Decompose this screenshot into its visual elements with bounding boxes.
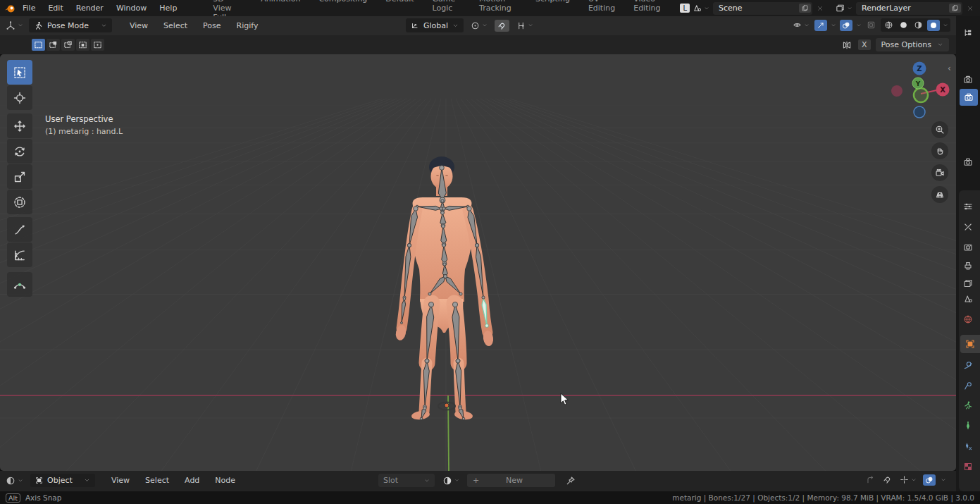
select-set-button[interactable]: [32, 39, 45, 51]
render-tab-icon[interactable]: [956, 239, 980, 256]
navigation-gizmo[interactable]: Y Z X: [881, 59, 958, 129]
scene-name-field[interactable]: Scene: [713, 2, 812, 15]
show-overlays-toggle[interactable]: [840, 20, 852, 31]
ortho-toggle-button[interactable]: [931, 186, 948, 203]
physics-tab-icon[interactable]: [956, 357, 980, 374]
node-snap-target-dropdown[interactable]: [898, 474, 918, 486]
view-layer-tab-icon[interactable]: [956, 275, 980, 292]
bone-constraint-tab-icon[interactable]: [956, 438, 980, 455]
sidebar-collapse-icon[interactable]: ‹: [948, 63, 951, 73]
armature-data-tab-icon[interactable]: [956, 397, 980, 414]
menu-select[interactable]: Select: [157, 21, 194, 30]
wireframe-shading-button[interactable]: [883, 19, 895, 31]
slot-dropdown[interactable]: Slot: [378, 474, 435, 487]
visibility-dropdown[interactable]: [791, 19, 811, 31]
select-invert-button[interactable]: [76, 39, 89, 51]
menu-rigify[interactable]: Rigify: [230, 21, 265, 30]
pose-options-dropdown[interactable]: Pose Options: [876, 38, 949, 51]
node-overlays-dropdown[interactable]: [941, 477, 946, 483]
editor-type-button[interactable]: [4, 19, 25, 32]
camera-view-button[interactable]: [931, 164, 948, 181]
solid-shading-button[interactable]: [898, 19, 910, 31]
properties-sliders-icon[interactable]: [956, 198, 980, 215]
menu-shader-node[interactable]: Node: [209, 476, 242, 485]
constraints-tab-icon[interactable]: [956, 377, 980, 394]
transform-tool[interactable]: [7, 190, 32, 214]
xray-toggle[interactable]: [865, 19, 877, 31]
material-preview-button[interactable]: [912, 19, 924, 31]
shading-dropdown[interactable]: [943, 23, 948, 28]
tool-tab-icon[interactable]: [956, 219, 980, 235]
menu-window[interactable]: Window: [111, 4, 152, 13]
overlays-dropdown[interactable]: [856, 23, 862, 28]
pivot-point-dropdown[interactable]: [469, 20, 489, 32]
menu-help[interactable]: Help: [154, 4, 182, 13]
shader-type-dropdown[interactable]: Object: [30, 474, 95, 487]
toolbar: [7, 54, 32, 336]
select-intersect-button[interactable]: [91, 39, 104, 51]
axis-minus-x[interactable]: [891, 85, 903, 97]
transform-orientation-dropdown[interactable]: Global: [406, 18, 464, 32]
partial-workspace-tab[interactable]: L: [680, 4, 690, 13]
render-layer-field[interactable]: RenderLayer: [856, 2, 962, 15]
axis-minus-z[interactable]: [914, 106, 925, 118]
scene-icon[interactable]: [691, 2, 711, 14]
active-camera-icon[interactable]: [960, 89, 978, 106]
output-tab-icon[interactable]: [956, 257, 980, 274]
pose-breakdowner-tool[interactable]: [7, 272, 32, 297]
x-mirror-icon[interactable]: [841, 39, 853, 51]
x-axis-button[interactable]: X: [858, 39, 871, 50]
node-overlays-toggle[interactable]: [923, 474, 936, 486]
menu-edit[interactable]: Edit: [42, 4, 68, 13]
unlink-scene-icon[interactable]: [814, 5, 826, 12]
gizmo-center[interactable]: [914, 88, 928, 102]
remove-layer-icon[interactable]: [965, 5, 976, 12]
outliner-icon[interactable]: [956, 25, 980, 42]
measure-tool[interactable]: [7, 242, 32, 267]
snap-target-dropdown[interactable]: [515, 20, 535, 32]
pan-hand-button[interactable]: [931, 142, 948, 159]
menu-pose[interactable]: Pose: [197, 21, 227, 30]
zoom-button[interactable]: [931, 121, 948, 138]
pin-icon[interactable]: [564, 474, 577, 487]
select-subtract-button[interactable]: [61, 39, 75, 51]
gizmo-dropdown[interactable]: [831, 23, 836, 28]
scale-tool[interactable]: [7, 164, 32, 189]
menu-render[interactable]: Render: [70, 4, 109, 13]
camera-icon[interactable]: [956, 154, 980, 171]
blender-logo-icon[interactable]: [4, 4, 15, 13]
annotate-tool[interactable]: [7, 217, 32, 242]
render-layer-icon[interactable]: [834, 2, 854, 14]
texture-tab-icon[interactable]: [956, 458, 980, 475]
menu-shader-add[interactable]: Add: [178, 476, 206, 485]
copy-scene-icon[interactable]: [799, 4, 811, 13]
camera-icon[interactable]: [956, 71, 980, 88]
move-tool[interactable]: [7, 113, 32, 138]
insert-keyframes-icon[interactable]: [864, 474, 876, 486]
shader-editor-type-button[interactable]: [4, 474, 25, 487]
menu-view[interactable]: View: [123, 21, 154, 30]
viewport-3d[interactable]: User Perspective (1) metarig : hand.L › …: [0, 54, 956, 471]
node-snap-toggle[interactable]: [881, 474, 893, 486]
object-tab-icon[interactable]: [960, 335, 980, 353]
select-mode-buttons: [32, 39, 104, 51]
tweak-select-tool[interactable]: [7, 60, 32, 85]
material-browse-dropdown[interactable]: [441, 474, 461, 487]
scene-tab-icon[interactable]: [956, 290, 980, 307]
new-label: New: [479, 476, 550, 485]
show-gizmo-toggle[interactable]: [814, 20, 827, 31]
rendered-shading-button[interactable]: [927, 20, 940, 31]
menu-shader-select[interactable]: Select: [139, 476, 175, 485]
mode-dropdown[interactable]: Pose Mode: [29, 18, 112, 32]
copy-layer-icon[interactable]: [949, 4, 961, 13]
new-material-button[interactable]: + New: [467, 474, 555, 487]
world-tab-icon[interactable]: [956, 311, 980, 328]
cursor-tool[interactable]: [7, 85, 32, 110]
menu-shader-view[interactable]: View: [105, 476, 136, 485]
menu-file[interactable]: File: [17, 4, 41, 13]
snap-toggle[interactable]: [495, 20, 509, 32]
bone-tab-icon[interactable]: [956, 417, 980, 434]
topbar: File Edit Render Window Help 3D View Ful…: [0, 0, 980, 16]
select-extend-button[interactable]: [46, 39, 60, 51]
rotate-tool[interactable]: [7, 139, 32, 164]
